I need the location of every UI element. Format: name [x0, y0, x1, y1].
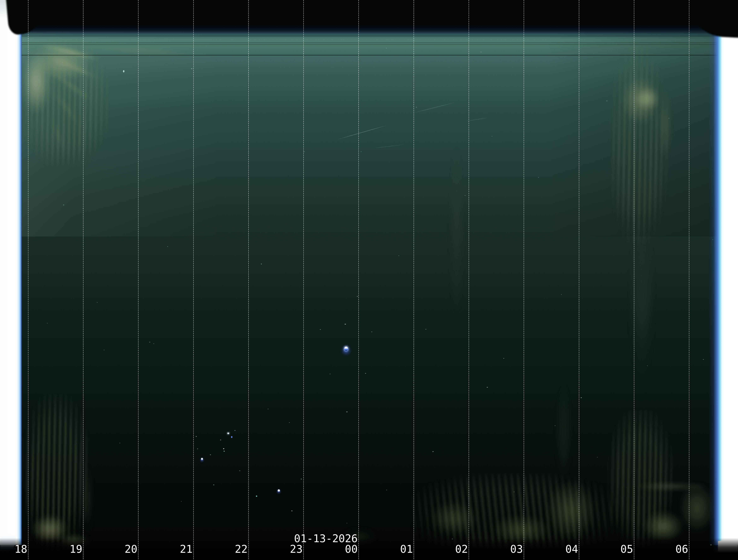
hour-label-22: 22 [235, 544, 248, 554]
hour-gridline-06 [689, 0, 689, 560]
hour-gridline-23 [303, 0, 304, 560]
hour-gridline-03 [524, 0, 524, 560]
hour-label-20: 20 [124, 544, 137, 554]
hour-gridline-22 [248, 0, 249, 560]
hour-label-21: 21 [180, 544, 193, 554]
hour-label-04: 04 [565, 544, 578, 554]
hour-label-02: 02 [455, 544, 468, 554]
hour-label-00: 00 [345, 544, 358, 554]
hour-gridline-00 [358, 0, 359, 560]
hour-label-06: 06 [675, 544, 688, 554]
hour-label-18: 18 [14, 544, 27, 554]
hour-gridline-19 [83, 0, 83, 560]
keogram-image: 01-13-2026 18192021222300010203040506 [0, 0, 738, 560]
hour-gridline-01 [414, 0, 414, 560]
hour-label-01: 01 [400, 544, 413, 554]
hour-label-05: 05 [620, 544, 633, 554]
hour-gridline-21 [193, 0, 194, 560]
hour-gridline-20 [138, 0, 138, 560]
hour-label-19: 19 [69, 544, 82, 554]
hour-gridline-05 [634, 0, 634, 560]
hour-gridline-18 [28, 0, 28, 560]
hour-gridline-04 [579, 0, 579, 560]
hour-label-23: 23 [290, 544, 303, 554]
noise-overlay [0, 0, 738, 560]
date-label: 01-13-2026 [294, 533, 358, 544]
hour-label-03: 03 [510, 544, 523, 554]
hour-gridline-02 [469, 0, 469, 560]
